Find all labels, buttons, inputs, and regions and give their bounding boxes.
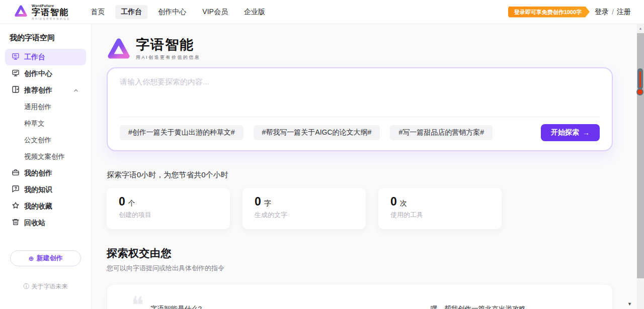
- suggestion-chip-huangshan[interactable]: #创作一篇关于黄山出游的种草文#: [120, 125, 244, 140]
- nav-item-home[interactable]: 首页: [85, 5, 110, 19]
- stats-summary: 探索字语0小时，为您节省共0个小时: [107, 170, 644, 180]
- info-circle-icon: ⓘ: [24, 282, 30, 291]
- chevron-up-icon[interactable]: [72, 87, 80, 93]
- suggestion-chip-row: #创作一篇关于黄山出游的种草文# #帮我写一篇关于AIGC的论文大纲# #写一篇…: [120, 124, 600, 141]
- stat-label: 生成的文字: [255, 211, 354, 220]
- scrollbar-up-arrow-icon[interactable]: ▲: [637, 24, 644, 32]
- search-input[interactable]: [120, 77, 600, 107]
- brand-name-en: WordFuture: [32, 4, 70, 8]
- hero-brand: 字语智能 用AI创造更有价值的信息: [107, 37, 644, 61]
- nav-item-enterprise[interactable]: 企业版: [238, 5, 271, 19]
- sidebar-subitem-official[interactable]: 公文创作: [0, 132, 91, 148]
- hero-triangle-icon: [107, 37, 131, 61]
- search-panel: #创作一篇关于黄山出游的种草文# #帮我写一篇关于AIGC的论文大纲# #写一篇…: [107, 67, 613, 151]
- sidebar-subitem-seeding[interactable]: 种草文: [0, 115, 91, 132]
- stat-label: 使用的工具: [390, 211, 490, 220]
- stat-card-projects: 0 个 创建的项目: [107, 188, 230, 229]
- sidebar-item-recommended[interactable]: 推荐创作: [5, 82, 86, 98]
- promo-ribbon-badge[interactable]: 登录即可享免费创作1000字: [508, 7, 590, 18]
- sidebar-item-workbench[interactable]: 工作台: [5, 49, 86, 65]
- stat-cards: 0 个 创建的项目 0 字 生成的文字 0 次: [107, 188, 644, 229]
- sidebar-subitem-video-copy[interactable]: 视频文案创作: [0, 148, 91, 165]
- monitor-icon: [12, 52, 20, 62]
- stat-label: 创建的项目: [119, 211, 218, 220]
- stat-value: 0: [119, 195, 125, 209]
- example-prompt-right[interactable]: 嘿，帮我创作一篇北京出游攻略: [431, 304, 526, 309]
- top-nav: 首页 工作台 创作中心 VIP会员 企业版: [85, 5, 271, 19]
- arrow-right-icon: →: [583, 129, 590, 137]
- new-creation-button[interactable]: ⊕ 新建创作: [10, 250, 81, 266]
- stat-value: 0: [255, 195, 261, 209]
- header-right: 登录即可享免费创作1000字 登录 / 注册: [508, 7, 631, 18]
- trash-icon: [12, 218, 20, 228]
- stat-unit: 字: [264, 199, 271, 208]
- brand-logo[interactable]: WordFuture 字语智能 用AI创造更有价值的信息: [14, 4, 70, 20]
- nav-item-workbench[interactable]: 工作台: [115, 5, 147, 19]
- section-subtitle: 您可以向字语提问或给出具体创作的指令: [107, 264, 644, 273]
- sidebar-item-my-works[interactable]: 我的创作: [5, 165, 86, 181]
- prompt-examples-card: ❝ 字语智能是什么? 嘿，帮我创作一篇北京出游攻略: [107, 284, 613, 309]
- app-window: WordFuture 字语智能 用AI创造更有价值的信息 首页 工作台 创作中心…: [0, 0, 644, 309]
- about-link[interactable]: ⓘ 关于字语未来: [0, 282, 91, 291]
- suggestion-chip-dessert[interactable]: #写一篇甜品店的营销方案#: [390, 125, 493, 140]
- suggestion-chip-aigc[interactable]: #帮我写一篇关于AIGC的论文大纲#: [254, 125, 380, 140]
- sidebar-item-recycle-bin[interactable]: 回收站: [5, 215, 86, 231]
- main-content: 字语智能 用AI创造更有价值的信息 #创作一篇关于黄山出游的种草文# #帮我写一…: [92, 24, 644, 309]
- monitor-chart-icon: [12, 69, 20, 78]
- vertical-scrollbar[interactable]: ▲: [637, 24, 644, 309]
- stat-value: 0: [390, 195, 397, 209]
- star-icon: [12, 201, 20, 211]
- briefcase-icon: [12, 168, 20, 178]
- brand-triangle-icon: [14, 5, 28, 19]
- sidebar-title: 我的字语空间: [10, 33, 91, 43]
- panel-check-icon: [12, 85, 20, 95]
- triangle-down-icon: ▼: [627, 301, 632, 306]
- login-link[interactable]: 登录: [595, 8, 609, 17]
- stat-card-words: 0 字 生成的文字: [243, 188, 366, 229]
- question-bubble-icon: [12, 185, 20, 194]
- nav-item-creation-center[interactable]: 创作中心: [152, 5, 192, 19]
- register-link[interactable]: 注册: [617, 8, 631, 17]
- example-prompt-left[interactable]: 字语智能是什么?: [150, 304, 202, 309]
- nav-item-vip[interactable]: VIP会员: [197, 5, 233, 19]
- auth-separator: /: [612, 8, 614, 16]
- brand-tagline: 用AI创造更有价值的信息: [32, 18, 70, 20]
- sidebar-subitem-general[interactable]: 通用创作: [0, 98, 91, 115]
- thermometer-icon: [636, 68, 644, 95]
- section-title: 探索权交由您: [107, 246, 644, 260]
- stat-unit: 次: [400, 199, 407, 208]
- plus-circle-icon: ⊕: [29, 255, 34, 262]
- sidebar-item-creation-center[interactable]: 创作中心: [5, 65, 86, 82]
- hero-tagline: 用AI创造更有价值的信息: [136, 54, 201, 61]
- hero-brand-name: 字语智能: [136, 38, 201, 53]
- brand-name-cn: 字语智能: [32, 8, 70, 17]
- stat-card-tools: 0 次 使用的工具: [378, 188, 502, 229]
- search-divider: [120, 117, 600, 117]
- stat-unit: 个: [128, 199, 135, 208]
- quote-icon: ❝: [131, 293, 144, 309]
- start-explore-button[interactable]: 开始探索 →: [541, 124, 600, 141]
- top-header: WordFuture 字语智能 用AI创造更有价值的信息 首页 工作台 创作中心…: [0, 0, 644, 24]
- sidebar-item-favorites[interactable]: 我的收藏: [5, 198, 86, 215]
- sidebar-item-my-knowledge[interactable]: 我的知识: [5, 181, 86, 198]
- sidebar: 我的字语空间 工作台 创作中心 推荐创作: [0, 24, 92, 309]
